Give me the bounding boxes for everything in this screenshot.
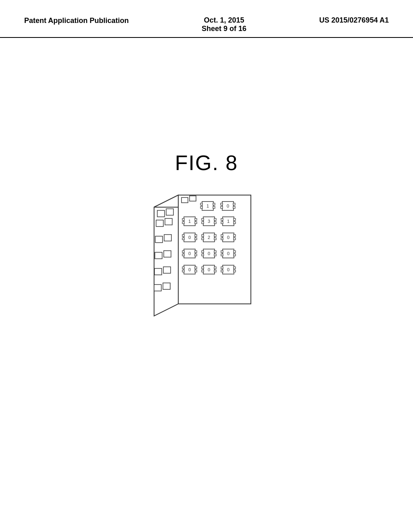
svg-rect-22 (221, 203, 223, 205)
svg-rect-28 (182, 218, 184, 220)
svg-rect-82 (182, 267, 184, 269)
svg-rect-66 (195, 251, 197, 253)
svg-rect-6 (165, 218, 172, 225)
svg-rect-83 (182, 270, 184, 272)
svg-rect-100 (190, 196, 196, 201)
svg-rect-49 (195, 238, 197, 240)
svg-rect-64 (182, 251, 184, 253)
svg-rect-17 (200, 206, 202, 208)
svg-text:0: 0 (188, 251, 191, 256)
svg-rect-58 (221, 235, 223, 237)
building-diagram: 1 0 1 3 (130, 191, 283, 320)
svg-rect-12 (163, 267, 171, 273)
diagram-container: 1 0 1 3 (0, 191, 413, 320)
svg-rect-41 (221, 222, 223, 224)
svg-rect-97 (234, 270, 236, 272)
svg-rect-85 (195, 270, 197, 272)
svg-rect-47 (182, 238, 184, 240)
svg-text:2: 2 (208, 235, 210, 240)
svg-text:0: 0 (208, 251, 210, 256)
svg-text:0: 0 (227, 204, 229, 208)
svg-rect-91 (214, 270, 216, 272)
svg-rect-67 (195, 254, 197, 256)
svg-rect-84 (195, 267, 197, 269)
svg-rect-78 (234, 251, 236, 253)
svg-rect-11 (154, 268, 162, 275)
svg-rect-72 (214, 251, 216, 253)
svg-rect-77 (221, 254, 223, 256)
svg-text:1: 1 (188, 219, 191, 224)
svg-rect-48 (195, 235, 197, 237)
svg-rect-35 (202, 222, 204, 224)
svg-rect-60 (234, 235, 236, 237)
svg-rect-70 (202, 251, 204, 253)
svg-rect-10 (164, 251, 171, 257)
svg-rect-25 (233, 206, 235, 208)
svg-rect-42 (234, 218, 236, 220)
svg-rect-37 (214, 222, 216, 224)
svg-rect-79 (234, 254, 236, 256)
svg-rect-53 (202, 238, 204, 240)
svg-rect-65 (182, 254, 184, 256)
svg-text:1: 1 (206, 204, 209, 208)
patent-number: US 2015/0276954 A1 (319, 16, 389, 25)
svg-rect-18 (213, 203, 215, 205)
svg-rect-9 (155, 252, 162, 259)
page-header: Patent Application Publication Oct. 1, 2… (0, 0, 413, 38)
svg-text:0: 0 (188, 235, 191, 240)
svg-rect-54 (214, 235, 216, 237)
svg-rect-73 (214, 254, 216, 256)
svg-rect-94 (221, 267, 223, 269)
svg-rect-61 (234, 238, 236, 240)
svg-rect-19 (213, 206, 215, 208)
svg-text:0: 0 (208, 267, 210, 272)
svg-rect-55 (214, 238, 216, 240)
svg-rect-29 (182, 222, 184, 224)
svg-rect-23 (221, 206, 223, 208)
svg-rect-14 (163, 283, 170, 289)
svg-rect-90 (214, 267, 216, 269)
svg-text:0: 0 (227, 267, 229, 272)
svg-rect-40 (221, 218, 223, 220)
svg-rect-24 (233, 203, 235, 205)
svg-rect-59 (221, 238, 223, 240)
svg-rect-34 (202, 218, 204, 220)
svg-rect-88 (202, 267, 204, 269)
svg-rect-99 (181, 197, 188, 203)
svg-text:1: 1 (227, 219, 229, 224)
figure-label: FIG. 8 (0, 151, 413, 175)
svg-text:0: 0 (188, 267, 191, 272)
svg-rect-3 (157, 210, 165, 217)
svg-rect-5 (156, 220, 163, 227)
svg-rect-96 (234, 267, 236, 269)
svg-rect-95 (221, 270, 223, 272)
svg-rect-89 (202, 270, 204, 272)
svg-text:0: 0 (227, 235, 229, 240)
svg-rect-13 (154, 285, 161, 291)
svg-rect-71 (202, 254, 204, 256)
svg-rect-30 (195, 218, 197, 220)
svg-rect-8 (164, 235, 171, 241)
publication-date: Oct. 1, 2015 Sheet 9 of 16 (202, 16, 246, 33)
svg-rect-4 (166, 209, 173, 215)
svg-rect-16 (200, 203, 202, 205)
svg-rect-52 (202, 235, 204, 237)
svg-rect-43 (234, 222, 236, 224)
svg-text:0: 0 (227, 251, 229, 256)
svg-rect-76 (221, 251, 223, 253)
svg-rect-31 (195, 222, 197, 224)
svg-rect-7 (155, 236, 163, 243)
svg-text:3: 3 (208, 219, 210, 224)
svg-rect-46 (182, 235, 184, 237)
svg-rect-36 (214, 218, 216, 220)
publication-title: Patent Application Publication (24, 16, 129, 25)
